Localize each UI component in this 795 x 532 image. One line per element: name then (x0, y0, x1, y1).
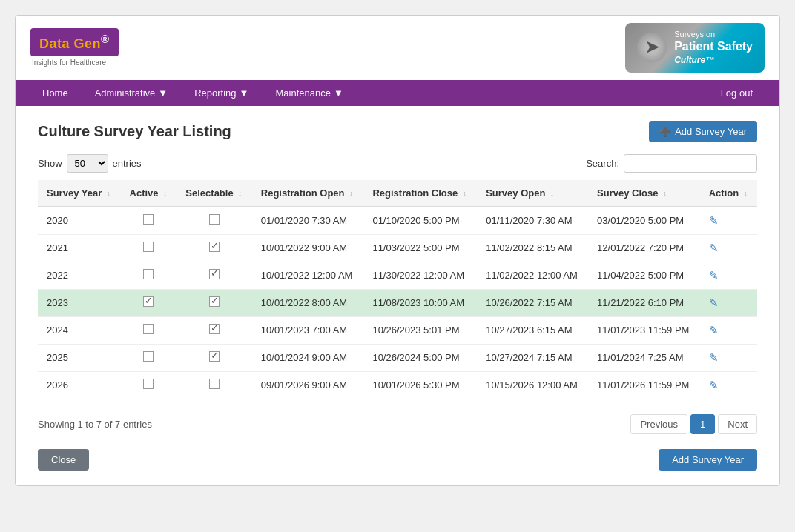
cell-survey-close: 12/01/2022 7:20 PM (588, 234, 700, 262)
selectable-checkbox[interactable] (209, 269, 220, 279)
edit-icon[interactable]: ✎ (709, 269, 719, 282)
entries-select[interactable]: 50 25 10 100 (67, 154, 108, 173)
cell-survey-close: 03/01/2020 5:00 PM (588, 207, 700, 235)
table-row: 2025 10/01/2024 9:00 AM 10/26/2024 5:00 … (38, 344, 757, 371)
nav-home[interactable]: Home (30, 80, 80, 106)
cell-year: 2022 (38, 262, 121, 289)
page-1-button[interactable]: 1 (690, 414, 715, 434)
cell-action: ✎ (700, 262, 757, 289)
nav-logout[interactable]: Log out (709, 80, 765, 106)
cell-active (121, 371, 177, 399)
cell-year: 2021 (38, 234, 121, 262)
cell-reg-open: 09/01/2026 9:00 AM (252, 371, 364, 399)
cell-survey-open: 11/02/2022 8:15 AM (477, 234, 588, 262)
cell-action: ✎ (700, 234, 757, 262)
cell-action: ✎ (700, 289, 757, 316)
edit-icon[interactable]: ✎ (709, 242, 719, 254)
cell-reg-close: 11/08/2023 10:00 AM (363, 289, 477, 316)
add-survey-year-bottom-button[interactable]: Add Survey Year (659, 449, 757, 471)
cell-survey-open: 11/02/2022 12:00 AM (477, 262, 588, 289)
cell-action: ✎ (700, 316, 757, 344)
brand-line2: Patient Safety (674, 39, 753, 55)
cell-survey-close: 11/01/2024 7:25 AM (588, 344, 700, 371)
edit-icon[interactable]: ✎ (709, 214, 719, 227)
selectable-checkbox[interactable] (209, 242, 220, 252)
cell-active (121, 316, 177, 344)
cell-reg-open: 10/01/2022 8:00 AM (252, 289, 364, 316)
cell-reg-open: 10/01/2022 9:00 AM (252, 234, 364, 262)
cell-reg-close: 11/03/2022 5:00 PM (363, 234, 477, 262)
nav-maintenance[interactable]: Maintenance ▼ (263, 80, 354, 106)
search-label: Search: (586, 158, 619, 169)
chevron-down-icon: ▼ (334, 87, 343, 99)
active-checkbox[interactable] (143, 351, 154, 362)
cell-survey-open: 10/27/2024 7:15 AM (477, 344, 588, 371)
selectable-checkbox[interactable] (209, 351, 220, 362)
col-selectable[interactable]: Selectable ↕ (177, 180, 251, 207)
top-header: Data Gen® Insights for Healthcare ➤ Surv… (16, 16, 779, 80)
search-input[interactable] (624, 154, 757, 173)
close-button[interactable]: Close (38, 449, 89, 471)
page-title-row: Culture Survey Year Listing ➕ Add Survey… (38, 121, 757, 142)
table-controls: Show 50 25 10 100 entries Search: (38, 154, 757, 173)
col-survey-close[interactable]: Survey Close ↕ (588, 180, 700, 207)
active-checkbox[interactable] (143, 269, 154, 279)
cell-reg-open: 10/01/2023 7:00 AM (252, 316, 364, 344)
selectable-checkbox[interactable] (209, 296, 220, 307)
next-button[interactable]: Next (718, 414, 757, 434)
nav-reporting[interactable]: Reporting ▼ (182, 80, 260, 106)
active-checkbox[interactable] (143, 324, 154, 334)
edit-icon[interactable]: ✎ (709, 296, 719, 309)
active-checkbox[interactable] (143, 379, 154, 389)
pagination-row: Showing 1 to 7 of 7 entries Previous 1 N… (38, 408, 757, 434)
cell-year: 2024 (38, 316, 121, 344)
active-checkbox[interactable] (143, 242, 154, 252)
plus-icon: ➕ (659, 126, 671, 137)
edit-icon[interactable]: ✎ (709, 324, 719, 336)
col-reg-open[interactable]: Registration Open ↕ (252, 180, 364, 207)
table-header-row: Survey Year ↕ Active ↕ Selectable ↕ Regi… (38, 180, 757, 207)
table-row: 2022 10/01/2022 12:00 AM 11/30/2022 12:0… (38, 262, 757, 289)
chevron-down-icon: ▼ (240, 87, 249, 99)
cell-selectable (177, 289, 251, 316)
edit-icon[interactable]: ✎ (709, 379, 719, 391)
globe-icon: ➤ (637, 33, 667, 62)
col-survey-year[interactable]: Survey Year ↕ (38, 180, 121, 207)
page-content: Culture Survey Year Listing ➕ Add Survey… (16, 106, 779, 485)
nav-administrative[interactable]: Administrative ▼ (83, 80, 180, 106)
selectable-checkbox[interactable] (209, 324, 220, 334)
logo-text: Data Gen (39, 36, 101, 51)
selectable-checkbox[interactable] (209, 379, 220, 389)
previous-button[interactable]: Previous (630, 414, 687, 434)
active-checkbox[interactable] (143, 214, 154, 225)
cell-active (121, 207, 177, 235)
cell-selectable (177, 262, 251, 289)
col-survey-open[interactable]: Survey Open ↕ (477, 180, 588, 207)
table-row: 2021 10/01/2022 9:00 AM 11/03/2022 5:00 … (38, 234, 757, 262)
logo: Data Gen® (30, 28, 119, 56)
cell-year: 2025 (38, 344, 121, 371)
showing-text: Showing 1 to 7 of 7 entries (38, 419, 152, 430)
cell-selectable (177, 371, 251, 399)
cell-reg-close: 10/26/2023 5:01 PM (363, 316, 477, 344)
active-checkbox[interactable] (143, 296, 154, 307)
col-reg-close[interactable]: Registration Close ↕ (363, 180, 477, 207)
cell-reg-open: 01/01/2020 7:30 AM (252, 207, 364, 235)
add-survey-year-top-button[interactable]: ➕ Add Survey Year (649, 121, 757, 142)
cell-survey-open: 10/27/2023 6:15 AM (477, 316, 588, 344)
bottom-buttons: Close Add Survey Year (38, 449, 757, 471)
cell-survey-open: 10/26/2022 7:15 AM (477, 289, 588, 316)
cell-survey-close: 11/01/2026 11:59 PM (588, 371, 700, 399)
cell-year: 2023 (38, 289, 121, 316)
show-label: Show (38, 158, 62, 169)
search-box: Search: (586, 154, 757, 173)
col-active[interactable]: Active ↕ (121, 180, 177, 207)
pagination-controls: Previous 1 Next (630, 414, 757, 434)
table-row: 2024 10/01/2023 7:00 AM 10/26/2023 5:01 … (38, 316, 757, 344)
edit-icon[interactable]: ✎ (709, 351, 719, 364)
cell-action: ✎ (700, 344, 757, 371)
selectable-checkbox[interactable] (209, 214, 220, 225)
cell-active (121, 289, 177, 316)
table-row: 2023 10/01/2022 8:00 AM 11/08/2023 10:00… (38, 289, 757, 316)
cell-year: 2026 (38, 371, 121, 399)
